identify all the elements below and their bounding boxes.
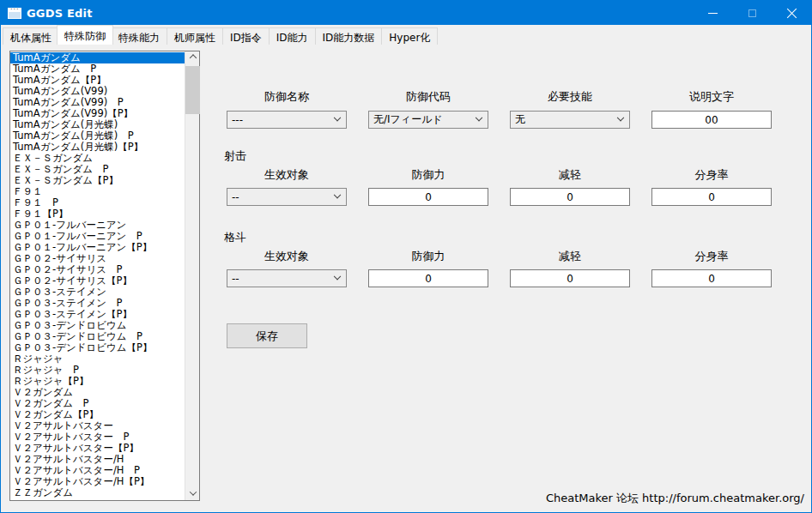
list-item[interactable]: Ｆ９１ P (10, 197, 185, 208)
shooting-target-select[interactable]: -- (227, 188, 347, 206)
list-item[interactable]: ＧＰ０３-ステイメン (10, 287, 185, 298)
melee-clone-rate-label: 分身率 (651, 250, 772, 263)
description-label: 说明文字 (651, 91, 772, 103)
minimize-icon (708, 13, 718, 14)
list-item[interactable]: ＧＰ０３-デンドロビウム (10, 320, 185, 331)
tab-特殊能力[interactable]: 特殊能力 (111, 27, 167, 45)
list-item[interactable]: TumAガンダム P (10, 63, 185, 75)
list-item[interactable]: TumAガンダム (10, 52, 185, 63)
melee-target-select[interactable]: -- (227, 269, 347, 287)
window-title: GGDS Edit (27, 7, 93, 20)
minimize-button[interactable] (693, 1, 732, 25)
list-item[interactable]: ＥＸ－Ｓガンダム (10, 153, 185, 164)
defense-code-select[interactable]: 无/Iフィールド (368, 111, 488, 129)
shooting-clone-rate-input[interactable] (651, 188, 772, 206)
shooting-clone-rate-label: 分身率 (651, 169, 772, 181)
list-item[interactable]: Ｖ２アサルトバスター/H P (10, 465, 185, 476)
chevron-down-icon (334, 190, 341, 197)
defense-name-value: --- (232, 114, 243, 126)
unit-listbox: TumAガンダムTumAガンダム PTumAガンダム【P】TumAガンダム(V9… (9, 51, 200, 501)
app-icon (8, 8, 21, 19)
list-item[interactable]: ＧＰ０３-ステイメン P (10, 298, 185, 309)
required-skill-label: 必要技能 (510, 91, 630, 103)
list-item[interactable]: Ｖ２アサルトバスター【P】 (10, 443, 185, 454)
chevron-down-icon (476, 113, 482, 120)
chevron-down-icon (334, 113, 341, 120)
chevron-down-icon (617, 113, 624, 120)
scrollbar-thumb[interactable] (185, 66, 200, 114)
tab-ID指令[interactable]: ID指令 (222, 27, 270, 45)
list-item[interactable]: ＧＰ０２-サイサリス P (10, 264, 185, 275)
list-item[interactable]: Ｆ９１ (10, 186, 185, 197)
list-item[interactable]: Ｖ２ガンダム【P】 (10, 409, 185, 420)
shooting-reduction-label: 减轻 (510, 169, 630, 181)
melee-defense-input[interactable] (368, 269, 488, 287)
list-item[interactable]: Ｖ２アサルトバスター P (10, 432, 185, 443)
list-item[interactable]: TumAガンダム(V99)【P】 (10, 108, 185, 119)
chevron-down-icon (334, 272, 341, 279)
tab-机师属性[interactable]: 机师属性 (167, 27, 223, 45)
list-item[interactable]: TumAガンダム(月光蝶) (10, 119, 185, 130)
list-item[interactable]: Ｖ２ガンダム P (10, 398, 185, 409)
save-button[interactable]: 保存 (227, 323, 307, 348)
list-item[interactable]: ＧＰ０３-ステイメン【P】 (10, 309, 185, 320)
list-item[interactable]: ＧＰ０３-デンドロビウム P (10, 331, 185, 342)
list-item[interactable]: ＺＺガンダム (10, 487, 185, 498)
list-item[interactable]: ＧＰ０１-フルバーニアン P (10, 231, 185, 242)
shooting-target-label: 生效对象 (227, 169, 347, 181)
list-item[interactable]: TumAガンダム(月光蝶) P (10, 130, 185, 142)
list-item[interactable]: Ｖ２アサルトバスター (10, 420, 185, 432)
melee-defense-label: 防御力 (368, 250, 488, 263)
close-icon (786, 8, 797, 19)
list-item[interactable]: ＧＰ０１-フルバーニアン (10, 220, 185, 231)
scroll-up-button[interactable] (185, 51, 200, 66)
list-item[interactable]: TumAガンダム(V99) (10, 86, 185, 97)
tab-特殊防御[interactable]: 特殊防御 (57, 25, 113, 45)
list-item[interactable]: ＥＸ－Ｓガンダム P (10, 164, 185, 175)
required-skill-select[interactable]: 无 (510, 111, 630, 129)
tab-bar: 机体属性特殊防御特殊能力机师属性ID指令ID能力ID能力数据Hyper化 (3, 25, 811, 45)
list-item[interactable]: ＧＰ０２-サイサリス【P】 (10, 275, 185, 287)
melee-reduction-input[interactable] (510, 269, 630, 287)
ggds-edit-window: { "window": { "title": "GGDS Edit", "cre… (0, 0, 812, 513)
maximize-button[interactable] (732, 1, 772, 25)
tab-机体属性[interactable]: 机体属性 (3, 27, 59, 45)
shooting-defense-label: 防御力 (368, 169, 488, 181)
tab-Hyper化[interactable]: Hyper化 (381, 27, 438, 45)
defense-code-value: 无/Iフィールド (373, 112, 443, 127)
list-item[interactable]: TumAガンダム(月光蝶)【P】 (10, 142, 185, 153)
shooting-defense-input[interactable] (368, 188, 488, 206)
close-button[interactable] (772, 1, 811, 25)
list-item[interactable]: ＧＰ０２-サイサリス (10, 253, 185, 264)
description-input[interactable] (651, 111, 772, 129)
caption-buttons (693, 1, 811, 25)
list-item[interactable]: Ｖ２アサルトバスター/H【P】 (10, 476, 185, 487)
list-item[interactable]: Ｖ２ガンダム (10, 387, 185, 398)
maximize-icon (748, 9, 756, 17)
defense-name-select[interactable]: --- (227, 111, 347, 129)
list-item[interactable]: ＧＰ０３-デンドロビウム【P】 (10, 342, 185, 353)
list-item[interactable]: TumAガンダム【P】 (10, 75, 185, 86)
melee-clone-rate-input[interactable] (651, 269, 772, 287)
defense-code-label: 防御代码 (368, 91, 488, 103)
list-item[interactable]: TumAガンダム(V99) P (10, 97, 185, 108)
footer-credit: CheatMaker 论坛 http://forum.cheatmaker.or… (546, 491, 804, 506)
title-bar: GGDS Edit (1, 1, 811, 25)
list-item[interactable]: Ｒジャジャ (10, 353, 185, 365)
shooting-reduction-input[interactable] (510, 188, 630, 206)
tab-ID能力[interactable]: ID能力 (269, 27, 316, 45)
list-item[interactable]: ＧＰ０１-フルバーニアン【P】 (10, 242, 185, 253)
chevron-down-icon (189, 488, 196, 495)
list-scrollbar[interactable] (185, 51, 199, 500)
shooting-target-value: -- (232, 191, 239, 203)
tab-ID能力数据[interactable]: ID能力数据 (315, 27, 383, 45)
list-item[interactable]: Ｒジャジャ【P】 (10, 376, 185, 387)
required-skill-value: 无 (515, 112, 525, 127)
list-item[interactable]: Ｒジャジャ P (10, 365, 185, 376)
list-item[interactable]: Ｖ２アサルトバスター/H (10, 454, 185, 465)
melee-reduction-label: 减轻 (510, 250, 630, 263)
list-item[interactable]: Ｆ９１【P】 (10, 208, 185, 220)
scroll-down-button[interactable] (185, 486, 200, 500)
defense-name-label: 防御名称 (227, 91, 347, 103)
list-item[interactable]: ＥＸ－Ｓガンダム【P】 (10, 175, 185, 186)
